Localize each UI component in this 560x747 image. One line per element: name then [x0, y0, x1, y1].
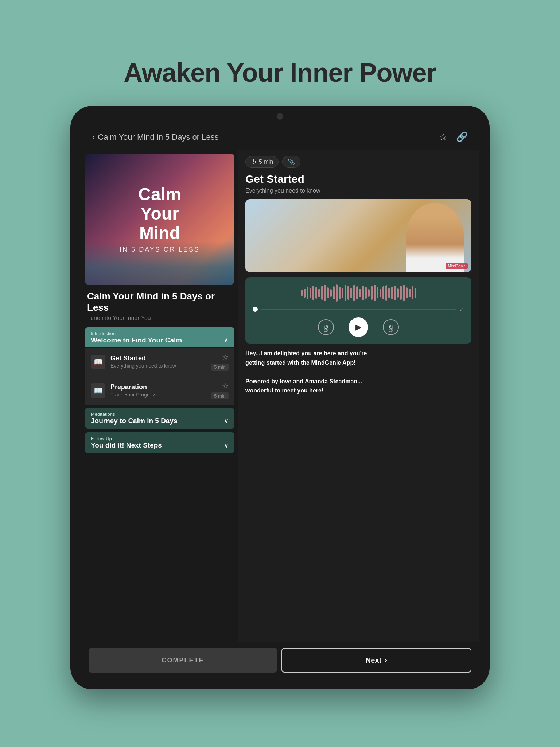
section-intro-label: Introduction: [91, 331, 182, 336]
section-follow-label: Follow Up: [91, 436, 162, 441]
section-med-label: Meditations: [91, 411, 178, 417]
section-intro-title: Welcome to Find Your Calm: [91, 336, 182, 344]
item-text: Preparation Track Your Progress: [110, 383, 206, 398]
brand-label: MindGenie: [446, 263, 468, 269]
section-follow-toggle[interactable]: ∨: [224, 441, 229, 449]
next-button[interactable]: Next ›: [281, 648, 471, 673]
complete-button[interactable]: COMPLETE: [89, 648, 277, 673]
video-thumbnail[interactable]: MindGenie: [245, 199, 471, 272]
text-content: Hey...I am delighted you are here and yo…: [245, 349, 471, 395]
section-follow-title: You did it! Next Steps: [91, 441, 162, 449]
item-star-icon[interactable]: ☆: [222, 353, 229, 361]
content-description: Everything you need to know: [245, 187, 471, 194]
content-badges: ⏱ 5 min 📎: [245, 156, 471, 168]
section-med-title: Journey to Calm in 5 Days: [91, 417, 178, 425]
list-item[interactable]: 📖 Get Started Everything you need to kno…: [85, 348, 234, 376]
left-panel: Calm Your Mind IN 5 DAYS OR LESS Calm Yo…: [81, 150, 238, 642]
waveform: [253, 284, 464, 302]
play-icon: ▶: [355, 322, 362, 332]
player-progress: ⤢: [253, 306, 464, 312]
item-actions: ☆ 5 min: [211, 382, 229, 399]
main-content: Calm Your Mind IN 5 DAYS OR LESS Calm Yo…: [81, 150, 479, 642]
course-main-title: Calm Your Mind in 5 Days or Less: [87, 291, 232, 313]
text-line1: Hey...I am delighted you are here and yo…: [245, 350, 367, 356]
player-controls: ↺ 15 ▶ ↻ 15: [253, 317, 464, 337]
paperclip-icon: 📎: [288, 158, 295, 165]
play-button[interactable]: ▶: [349, 317, 368, 337]
text-line2: getting started with the MindGenie App!: [245, 360, 356, 366]
course-image: Calm Your Mind IN 5 DAYS OR LESS: [85, 154, 234, 285]
link-badge[interactable]: 📎: [282, 156, 300, 168]
course-image-text: Calm Your Mind: [120, 185, 200, 243]
course-image-subtitle: IN 5 DAYS OR LESS: [120, 246, 200, 253]
back-button[interactable]: ‹ Calm Your Mind in 5 Days or Less: [92, 132, 219, 142]
course-subtitle: Tune into Your Inner You: [87, 315, 232, 321]
expand-icon[interactable]: ⤢: [460, 306, 464, 312]
item-subtitle: Track Your Progress: [110, 392, 206, 398]
back-label: Calm Your Mind in 5 Days or Less: [98, 132, 218, 142]
item-text: Get Started Everything you need to know: [110, 355, 206, 369]
header-bar: ‹ Calm Your Mind in 5 Days or Less ☆ 🔗: [81, 124, 479, 150]
section-intro-toggle[interactable]: ∧: [224, 336, 229, 344]
back-arrow-icon: ‹: [92, 132, 95, 142]
camera: [277, 113, 283, 120]
skip-forward-button[interactable]: ↻ 15: [383, 319, 399, 335]
progress-dot[interactable]: [253, 307, 258, 312]
audio-player: ⤢ ↺ 15 ▶ ↻ 15: [245, 277, 471, 344]
clock-icon: ⏱: [251, 159, 257, 165]
right-panel: ⏱ 5 min 📎 Get Started Everything you nee…: [238, 150, 479, 642]
item-subtitle: Everything you need to know: [110, 363, 206, 369]
list-item[interactable]: 📖 Preparation Track Your Progress ☆ 5 mi…: [85, 376, 234, 405]
badge-time: 5 min: [259, 159, 273, 165]
header-icons: ☆ 🔗: [439, 131, 468, 143]
tablet-frame: ‹ Calm Your Mind in 5 Days or Less ☆ 🔗 C…: [70, 106, 490, 689]
next-arrow-icon: ›: [384, 655, 387, 665]
content-heading: Get Started: [245, 173, 471, 185]
skip-back-button[interactable]: ↺ 15: [318, 319, 334, 335]
book-icon: 📖: [91, 355, 105, 369]
time-badge: ⏱ 5 min: [245, 156, 279, 168]
item-title: Preparation: [110, 383, 206, 391]
star-icon[interactable]: ☆: [439, 131, 447, 143]
progress-bar[interactable]: [261, 309, 456, 310]
book-icon: 📖: [91, 383, 105, 398]
item-star-icon[interactable]: ☆: [222, 382, 229, 390]
skip-back-label: 15: [324, 329, 328, 332]
page-title: Awaken Your Inner Power: [124, 58, 436, 88]
skip-forward-label: 15: [389, 329, 393, 332]
text-line3: Powered by love and Amanda Steadman...: [245, 378, 362, 384]
tablet-screen: ‹ Calm Your Mind in 5 Days or Less ☆ 🔗 C…: [81, 124, 479, 678]
section-meditations[interactable]: Meditations Journey to Calm in 5 Days ∨: [85, 408, 234, 429]
item-duration: 5 min: [211, 364, 229, 371]
course-title-area: Calm Your Mind in 5 Days or Less Tune in…: [81, 285, 238, 324]
next-label: Next: [366, 656, 381, 665]
section-med-toggle[interactable]: ∨: [224, 417, 229, 425]
section-introduction[interactable]: Introduction Welcome to Find Your Calm ∧: [85, 327, 234, 347]
item-duration: 5 min: [211, 392, 229, 399]
person-image: [406, 203, 464, 272]
text-line4: wonderful to meet you here!: [245, 387, 323, 394]
bottom-bar: COMPLETE Next ›: [81, 642, 479, 678]
item-title: Get Started: [110, 355, 206, 362]
section-followup[interactable]: Follow Up You did it! Next Steps ∨: [85, 432, 234, 453]
item-actions: ☆ 5 min: [211, 353, 229, 371]
link-icon[interactable]: 🔗: [456, 131, 468, 143]
